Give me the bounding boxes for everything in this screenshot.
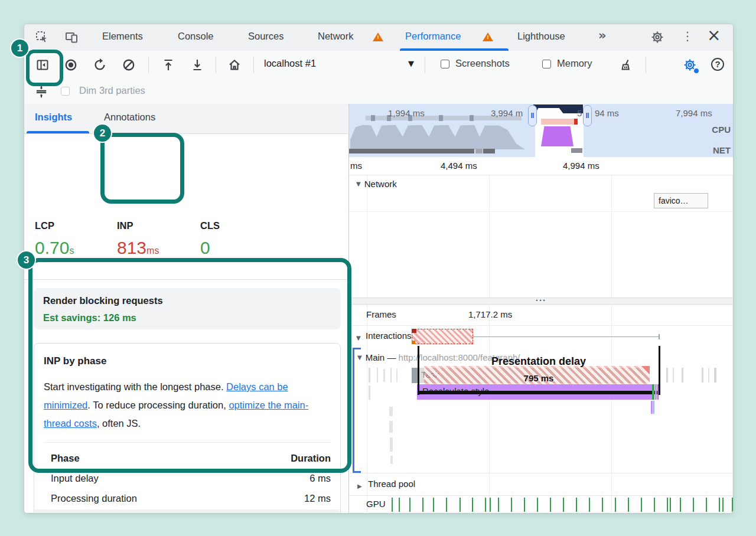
phase-row-presentation[interactable]: Presentation delay [51, 513, 132, 514]
tab-console[interactable]: Console [178, 31, 214, 42]
gpu-tick [576, 498, 577, 512]
gpu-tick [460, 498, 461, 512]
metric-cls[interactable]: CLS 0 [200, 220, 220, 260]
memory-checkbox[interactable] [542, 60, 551, 68]
capture-settings-gear-icon[interactable] [683, 58, 697, 72]
overview-cpu-activity [350, 122, 525, 149]
home-icon[interactable] [227, 58, 242, 72]
toolbar-divider [216, 57, 216, 73]
toolbar-divider [646, 57, 646, 73]
ruler-tick-label: ms [350, 161, 362, 171]
interactions-track-label: Interactions [366, 331, 412, 341]
screenshots-checkbox[interactable] [441, 60, 449, 68]
gpu-tick [511, 498, 512, 512]
frames-track[interactable]: Frames 1,717.2 ms [349, 305, 734, 326]
interactions-track[interactable]: ▼ Interactions [349, 326, 734, 348]
main-thread-track[interactable]: ▼ Main — http://localhost:8000/featgraph… [349, 348, 734, 473]
toolbar-divider [425, 57, 425, 73]
gpu-tick [602, 498, 603, 512]
disclosure-open-icon: ▼ [356, 332, 361, 342]
selection-handle-right[interactable]: ‖ [583, 105, 592, 126]
panel-splitter-handle[interactable]: ••• [349, 298, 734, 305]
insight-inp-by-phase[interactable]: INP by phase Start investigating with th… [34, 343, 341, 514]
tab-network[interactable]: Network [318, 31, 354, 42]
thread-pool-track[interactable]: ▶ Thread pool [349, 473, 734, 495]
device-toolbar-icon[interactable] [64, 30, 79, 44]
collect-garbage-icon[interactable] [620, 58, 634, 72]
history-dropdown-caret-icon[interactable]: ▼ [408, 59, 414, 68]
more-tabs-icon[interactable]: » [598, 28, 607, 43]
dim-third-parties-checkbox[interactable] [61, 87, 70, 96]
overview-interaction-bar [541, 119, 578, 125]
phase-row-processing-value: 12 ms [304, 493, 331, 504]
interaction-whisker [473, 336, 659, 337]
phase-row-processing[interactable]: Processing duration [51, 493, 137, 504]
gpu-tick [719, 498, 720, 512]
gpu-track[interactable]: GPU [349, 495, 734, 513]
overlay-corner-marker [641, 366, 650, 374]
phase-row-input-delay[interactable]: Input delay [51, 473, 99, 484]
metric-inp[interactable]: INP 813ms [117, 220, 159, 260]
gpu-tick [667, 498, 668, 512]
metric-lcp[interactable]: LCP 0.70s [35, 220, 74, 260]
toggle-sidebar-icon[interactable] [35, 58, 50, 72]
dim-third-parties-label: Dim 3rd parties [79, 85, 145, 96]
gpu-tick [392, 498, 393, 512]
tab-insights[interactable]: Insights [35, 112, 72, 123]
overview-tick-label: 3,994 m [491, 108, 523, 118]
toolbar-divider [253, 57, 254, 73]
history-select[interactable]: localhost #1 [264, 58, 316, 69]
phase-column-header: Phase [51, 453, 80, 464]
gpu-tick [670, 498, 671, 512]
gpu-tick [498, 498, 499, 512]
sidebar-active-tab-underline [27, 131, 89, 133]
network-track-header[interactable]: ▼ Network [356, 179, 397, 189]
kebab-menu-icon[interactable]: ⋮ [682, 29, 693, 43]
collapse-tracks-icon[interactable] [34, 84, 49, 99]
reload-record-icon[interactable] [93, 58, 107, 72]
download-profile-icon[interactable] [190, 58, 204, 72]
close-devtools-icon[interactable]: × [707, 25, 721, 45]
gpu-activity-ticks [349, 496, 734, 513]
settings-gear-icon[interactable] [650, 30, 664, 44]
network-request-favicon[interactable]: favico… [654, 193, 708, 208]
annotation-badge-3: 3 [17, 250, 36, 270]
interaction-event-bar[interactable] [412, 329, 473, 344]
overview-task-notch [470, 115, 474, 121]
ruler-tick-label: 4,994 ms [563, 161, 599, 171]
tab-annotations[interactable]: Annotations [104, 112, 155, 123]
insight-render-blocking[interactable]: Render blocking requests Est savings: 12… [34, 288, 341, 329]
tab-performance[interactable]: Performance [405, 31, 461, 42]
tab-lighthouse[interactable]: Lighthouse [517, 31, 565, 42]
annotation-badge-2: 2 [93, 123, 112, 143]
frames-track-label: Frames [366, 309, 396, 319]
selection-handle-left[interactable]: ‖ [528, 105, 537, 126]
performance-warning-icon [483, 32, 493, 41]
desktop-background: Elements Console Sources Network Perform… [0, 0, 756, 536]
gpu-tick [615, 498, 616, 512]
net-lane-label: NET [713, 145, 731, 155]
overview-task-notch [371, 115, 375, 121]
upload-profile-icon[interactable] [161, 58, 175, 72]
gpu-tick [409, 498, 410, 512]
timeline-ruler: ms 4,494 ms 4,994 ms [349, 157, 734, 175]
inp-desc-text: Start investigating with the longest pha… [44, 381, 226, 392]
gpu-tick [485, 498, 486, 512]
overview-tick-label: 7,994 ms [676, 108, 712, 118]
main-track-label: Main — [366, 352, 399, 362]
tab-elements[interactable]: Elements [102, 31, 143, 42]
clear-icon[interactable] [122, 58, 136, 72]
help-icon[interactable]: ? [711, 58, 724, 71]
disclosure-open-icon: ▼ [357, 354, 362, 361]
tab-sources[interactable]: Sources [248, 31, 284, 42]
ruler-tick-label: 4,494 ms [441, 161, 477, 171]
toolbar-divider [148, 57, 149, 73]
record-icon[interactable] [64, 58, 78, 72]
timeline-overview[interactable]: 1,994 ms 3,994 m 5 94 ms 7,994 ms ‖ ‖ CP… [349, 104, 734, 157]
metric-inp-unit: ms [146, 246, 159, 256]
overview-tick-label: 94 ms [595, 108, 619, 118]
inspect-element-icon[interactable] [35, 30, 49, 44]
metric-cls-name: CLS [200, 220, 220, 231]
inp-card-description: Start investigating with the longest pha… [44, 378, 335, 433]
timeline-panel: 1,994 ms 3,994 m 5 94 ms 7,994 ms ‖ ‖ CP… [348, 104, 734, 513]
